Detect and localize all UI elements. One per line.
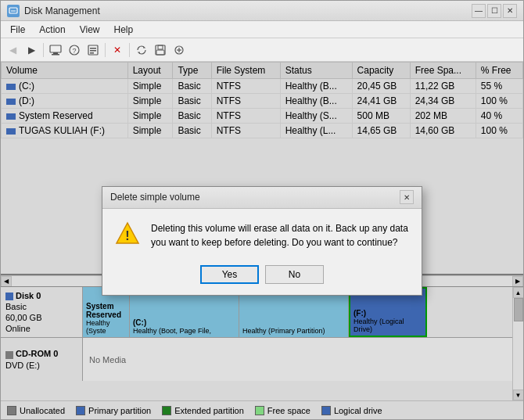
main-window: Disk Management — ☐ ✕ File Action View H… [0, 0, 524, 420]
warning-icon: ! [115, 221, 140, 246]
dialog-title-bar: Delete simple volume ✕ [102, 187, 422, 209]
dialog-title: Delete simple volume [110, 192, 200, 203]
toolbar-sep-3 [129, 43, 130, 57]
toolbar-forward-button[interactable]: ▶ [23, 41, 40, 59]
menu-bar: File Action View Help [1, 21, 523, 38]
menu-help[interactable]: Help [108, 23, 140, 36]
svg-rect-10 [90, 52, 94, 54]
dialog-buttons: Yes No [102, 259, 422, 295]
close-button[interactable]: ✕ [503, 4, 517, 18]
dialog-body: ! Deleting this volume will erase all da… [102, 209, 422, 259]
toolbar: ◀ ▶ ? ✕ [1, 38, 523, 62]
toolbar-back-button[interactable]: ◀ [4, 41, 21, 59]
menu-action[interactable]: Action [33, 23, 71, 36]
svg-text:?: ? [72, 47, 76, 55]
toolbar-computer-button[interactable] [47, 41, 64, 59]
window-title: Disk Management [24, 5, 467, 16]
window-controls: — ☐ ✕ [472, 4, 517, 18]
toolbar-delete-button[interactable]: ✕ [109, 41, 126, 59]
dialog-yes-button[interactable]: Yes [200, 265, 259, 284]
svg-rect-9 [90, 50, 96, 52]
svg-text:!: ! [125, 229, 129, 242]
maximize-button[interactable]: ☐ [487, 4, 501, 18]
svg-rect-3 [53, 52, 58, 54]
svg-rect-4 [52, 54, 59, 56]
toolbar-refresh-button[interactable] [133, 41, 150, 59]
dialog-no-button[interactable]: No [265, 265, 324, 284]
toolbar-sep-1 [43, 43, 44, 57]
minimize-button[interactable]: — [472, 4, 486, 18]
toolbar-add-button[interactable] [170, 41, 188, 59]
menu-view[interactable]: View [74, 23, 106, 36]
title-bar: Disk Management — ☐ ✕ [1, 1, 523, 21]
main-content: NESABAMEDIA Volume Layout Type File Syst… [1, 62, 523, 419]
toolbar-help-button[interactable]: ? [66, 41, 83, 59]
svg-rect-2 [50, 45, 61, 52]
app-icon [7, 5, 20, 17]
dialog-close-button[interactable]: ✕ [400, 190, 414, 204]
svg-rect-13 [156, 50, 164, 55]
dialog-overlay: Delete simple volume ✕ ! Deleting this v… [1, 62, 523, 419]
menu-file[interactable]: File [4, 23, 31, 36]
svg-rect-12 [158, 45, 163, 49]
svg-rect-8 [90, 48, 96, 49]
dialog-message: Deleting this volume will erase all data… [151, 221, 409, 249]
toolbar-properties-button[interactable] [84, 41, 102, 59]
delete-dialog: Delete simple volume ✕ ! Deleting this v… [102, 186, 422, 296]
toolbar-sep-2 [105, 43, 106, 57]
toolbar-save-button[interactable] [152, 41, 169, 59]
